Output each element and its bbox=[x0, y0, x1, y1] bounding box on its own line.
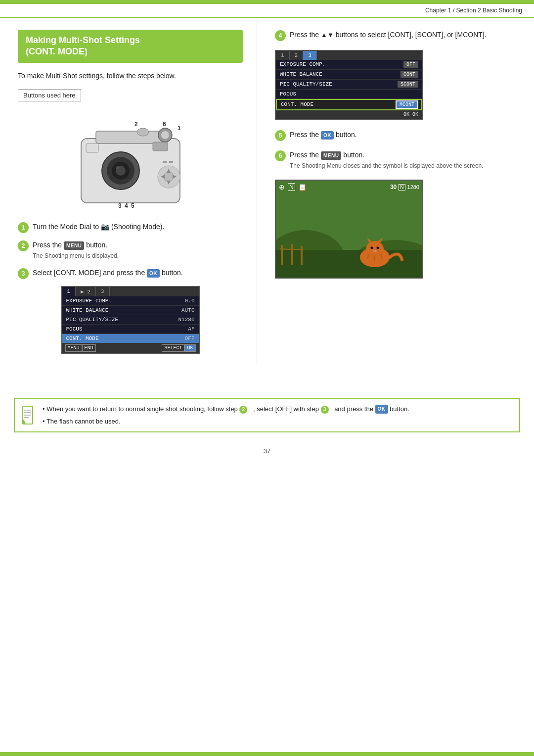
ok-badge-note: OK bbox=[375, 405, 388, 414]
section-title: Making Multi-Shot Settings (CONT. MODE) bbox=[26, 35, 235, 58]
preview-svg bbox=[276, 181, 423, 279]
cont-row-mode: CONT. MODE MCONT bbox=[276, 99, 422, 110]
menu-tab-3: 3 bbox=[96, 287, 110, 296]
menu-screen-1: 1 ▶ 2 3 EXPOSURE COMP. 0.0 WHITE BALANCE… bbox=[61, 286, 200, 354]
preview-icon-left: ⊕ N 📋 bbox=[279, 183, 307, 191]
cont-vals-mode: MCONT bbox=[397, 101, 417, 108]
arrow-icon: ▲▼ bbox=[321, 31, 334, 39]
menu-tabs-2: 1 2 3 bbox=[276, 51, 422, 60]
menu-badge-6: MENU bbox=[321, 151, 341, 160]
cont-val-cont: CONT bbox=[400, 71, 418, 78]
top-bar bbox=[0, 0, 534, 4]
svg-rect-29 bbox=[276, 250, 423, 279]
menu-row-cont: CONT. MODE OFF bbox=[62, 334, 199, 343]
menu-val-exposure: 0.0 bbox=[185, 298, 195, 304]
svg-text:4: 4 bbox=[125, 202, 128, 209]
menu-row-focus: FOCUS AF bbox=[62, 325, 199, 334]
step-2-sub: The Shooting menu is displayed. bbox=[33, 252, 119, 259]
svg-text:5: 5 bbox=[131, 202, 134, 209]
step-1-number: 1 bbox=[18, 222, 29, 233]
note-step-3: 3 bbox=[321, 406, 329, 414]
svg-rect-1 bbox=[96, 131, 165, 143]
svg-rect-18 bbox=[163, 161, 167, 163]
step-6: 6 Press the MENU button. The Shooting Me… bbox=[275, 150, 520, 171]
cont-vals-wb: CONT bbox=[400, 71, 418, 78]
menu-tab2-2: 2 bbox=[290, 51, 304, 60]
buttons-used-label: Buttons used here bbox=[23, 92, 76, 99]
menu-badge-2: MENU bbox=[64, 241, 84, 250]
step-5-content: Press the OK button. bbox=[290, 130, 520, 140]
note-bullet-2: • The flash cannot be used. bbox=[43, 417, 409, 427]
svg-rect-7 bbox=[86, 143, 98, 152]
camera-mode-icon: 📷 bbox=[101, 223, 109, 231]
svg-point-13 bbox=[164, 172, 174, 182]
shot-count: 30 bbox=[390, 184, 397, 190]
ok-ok-label: OK OK bbox=[403, 112, 418, 117]
menu-label-cont: CONT. MODE bbox=[66, 335, 99, 341]
section-title-box: Making Multi-Shot Settings (CONT. MODE) bbox=[18, 30, 243, 63]
buttons-used-box: Buttons used here bbox=[18, 89, 81, 101]
menu-tab-2: ▶ 2 bbox=[76, 287, 96, 296]
svg-text:2: 2 bbox=[134, 121, 138, 128]
bottom-bar bbox=[0, 752, 534, 756]
cont-vals-pq: SCONT bbox=[398, 81, 418, 88]
main-content: Making Multi-Shot Settings (CONT. MODE) … bbox=[0, 18, 534, 393]
svg-point-38 bbox=[371, 247, 373, 249]
cont-val-mcont: MCONT bbox=[397, 101, 417, 108]
svg-point-39 bbox=[377, 247, 379, 249]
cont-label-pq: PIC QUALITY/SIZE bbox=[280, 81, 332, 88]
camera-svg: 1 2 6 3 4 5 bbox=[66, 111, 195, 210]
note-svg-icon bbox=[22, 405, 37, 425]
step-5-number: 5 bbox=[275, 130, 286, 141]
step-6-sub: The Shooting Menu closes and the symbol … bbox=[290, 162, 484, 169]
breadcrumb: Chapter 1 / Section 2 Basic Shooting bbox=[425, 7, 522, 14]
resolution-val: 1280 bbox=[407, 184, 419, 190]
cont-vals-exposure: OFF bbox=[403, 61, 418, 68]
menu-tab2-3: 3 bbox=[303, 51, 317, 60]
step-4-content: Press the ▲▼ buttons to select [CONT], [… bbox=[290, 30, 520, 40]
cont-row-wb: WHITE BALANCE CONT bbox=[276, 70, 422, 80]
menu-val-wb: AUTO bbox=[181, 307, 194, 313]
step-6-content: Press the MENU button. The Shooting Menu… bbox=[290, 150, 520, 171]
intro-text: To make Multi-Shot settings, follow the … bbox=[18, 71, 243, 81]
step-4-number: 4 bbox=[275, 30, 286, 41]
menu-row-pq: PIC QUALITY/SIZE N1280 bbox=[62, 315, 199, 325]
menu-btn-end: END bbox=[82, 344, 96, 352]
step-5: 5 Press the OK button. bbox=[275, 130, 520, 141]
cont-row-exposure: EXPOSURE COMP. OFF bbox=[276, 60, 422, 70]
storage-icon: N bbox=[288, 183, 295, 191]
cont-label-wb: WHITE BALANCE bbox=[280, 71, 322, 78]
cont-val-scont: SCONT bbox=[398, 81, 418, 88]
svg-rect-8 bbox=[153, 142, 168, 151]
ok-badge-5: OK bbox=[321, 131, 334, 140]
svg-point-6 bbox=[116, 166, 119, 169]
step-1: 1 Turn the Mode Dial to 📷 (Shooting Mode… bbox=[18, 222, 243, 233]
step-3-number: 3 bbox=[18, 268, 29, 279]
left-column: Making Multi-Shot Settings (CONT. MODE) … bbox=[0, 18, 257, 364]
menu-btn-select: SELECT bbox=[162, 344, 184, 352]
step-2-content: Press the MENU button. The Shooting menu… bbox=[33, 240, 243, 261]
svg-point-11 bbox=[161, 131, 169, 139]
svg-rect-31 bbox=[291, 244, 293, 265]
preview-icon-right: 30 N 1280 bbox=[390, 183, 419, 191]
header: Chapter 1 / Section 2 Basic Shooting bbox=[0, 4, 534, 18]
menu-screen-2: 1 2 3 EXPOSURE COMP. OFF WHITE BALANCE C… bbox=[275, 50, 423, 120]
resolution-box: N bbox=[399, 184, 405, 190]
menu-tab-1: 1 bbox=[62, 287, 76, 296]
menu-val-pq: N1280 bbox=[178, 317, 194, 323]
step-2: 2 Press the MENU button. The Shooting me… bbox=[18, 240, 243, 261]
menu-label-pq: PIC QUALITY/SIZE bbox=[66, 317, 119, 323]
menu-label-focus: FOCUS bbox=[66, 326, 83, 332]
cont-label-mode: CONT. MODE bbox=[281, 101, 313, 108]
svg-point-9 bbox=[137, 128, 149, 136]
svg-text:6: 6 bbox=[163, 121, 166, 128]
menu-row-wb: WHITE BALANCE AUTO bbox=[62, 306, 199, 315]
note-step-2: 2 bbox=[239, 406, 247, 414]
page-num-text: 37 bbox=[264, 447, 270, 455]
quality-icon: 📋 bbox=[298, 183, 307, 191]
cont-row-pq: PIC QUALITY/SIZE SCONT bbox=[276, 80, 422, 90]
svg-rect-30 bbox=[281, 245, 283, 265]
menu-tab2-1: 1 bbox=[276, 51, 290, 60]
step-4: 4 Press the ▲▼ buttons to select [CONT],… bbox=[275, 30, 520, 41]
step-3: 3 Select [CONT. MODE] and press the OK b… bbox=[18, 268, 243, 279]
